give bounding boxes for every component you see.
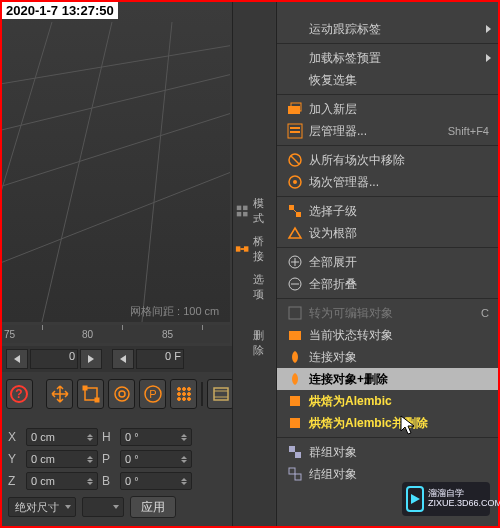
mouse-cursor-icon <box>400 415 418 437</box>
options-label: 选项 <box>233 268 275 306</box>
svg-point-22 <box>187 393 190 396</box>
bridge-button[interactable]: 桥接 <box>233 230 275 268</box>
menu-connect-delete[interactable]: 连接对象+删除 <box>277 368 499 390</box>
svg-line-47 <box>294 210 296 212</box>
frame-field-a[interactable]: 0 <box>30 349 78 369</box>
timeline-controls: 0 0 F <box>2 346 234 372</box>
svg-point-21 <box>182 393 185 396</box>
svg-rect-60 <box>295 474 301 480</box>
svg-rect-40 <box>290 131 300 133</box>
size-mode-dropdown[interactable]: 绝对尺寸 <box>8 497 76 517</box>
menu-make-editable[interactable]: 转为可编辑对象C <box>277 302 499 324</box>
toolbar: ? P <box>2 376 234 412</box>
svg-point-13 <box>115 387 129 401</box>
viewport-3d[interactable]: 网格间距 : 100 cm <box>2 2 230 322</box>
menu-bake-alembic-delete[interactable]: 烘焙为Alembic并删除 <box>277 412 499 434</box>
svg-rect-39 <box>290 127 300 129</box>
menu-bake-alembic[interactable]: 烘焙为Alembic <box>277 390 499 412</box>
svg-line-42 <box>291 156 299 164</box>
menu-expand-all[interactable]: 全部展开 <box>277 251 499 273</box>
y-input[interactable]: 0 cm <box>26 450 98 468</box>
x-label: X <box>8 430 22 444</box>
menu-motion-tags[interactable]: 运动跟踪标签 <box>277 18 499 40</box>
h-label: H <box>102 430 116 444</box>
mid-toolstrip: 模式 桥接 选项 删除 <box>232 2 275 526</box>
scale-tool-icon[interactable] <box>77 379 104 409</box>
svg-point-25 <box>187 398 190 401</box>
svg-rect-45 <box>289 205 294 210</box>
x-input[interactable]: 0 cm <box>26 428 98 446</box>
rotate-tool-icon[interactable] <box>108 379 135 409</box>
grid-spacing-label: 网格间距 : 100 cm <box>130 304 219 319</box>
z-label: Z <box>8 474 22 488</box>
svg-rect-59 <box>289 468 295 474</box>
svg-rect-26 <box>214 388 228 400</box>
z-input[interactable]: 0 cm <box>26 472 98 490</box>
svg-rect-58 <box>295 452 301 458</box>
svg-rect-35 <box>240 248 244 250</box>
menu-current-state[interactable]: 当前状态转对象 <box>277 324 499 346</box>
menu-layer-manager[interactable]: 层管理器...Shift+F4 <box>277 120 499 142</box>
menu-takes-manager[interactable]: 场次管理器... <box>277 171 499 193</box>
svg-point-18 <box>182 388 185 391</box>
svg-text:?: ? <box>16 387 23 401</box>
svg-rect-30 <box>243 206 247 210</box>
svg-point-44 <box>293 180 297 184</box>
svg-rect-0 <box>2 2 230 322</box>
svg-rect-57 <box>289 446 295 452</box>
mode-button[interactable]: 模式 <box>233 192 275 230</box>
menu-restore-selection[interactable]: 恢复选集 <box>277 69 499 91</box>
timeline-ruler[interactable]: 75 80 85 <box>2 325 230 343</box>
timeline-prev-button[interactable] <box>6 349 28 369</box>
timestamp-overlay: 2020-1-7 13:27:50 <box>2 2 118 19</box>
timeline-prev-key-button[interactable] <box>112 349 134 369</box>
svg-point-17 <box>177 388 180 391</box>
menu-set-root[interactable]: 设为根部 <box>277 222 499 244</box>
b-label: B <box>102 474 116 488</box>
size-mode-dropdown-2[interactable] <box>82 497 124 517</box>
svg-text:P: P <box>149 388 156 400</box>
menu-collapse-all[interactable]: 全部折叠 <box>277 273 499 295</box>
svg-rect-29 <box>237 206 241 210</box>
move-tool-icon[interactable] <box>46 379 73 409</box>
ruler-tick-label: 75 <box>4 329 15 340</box>
menu-add-layer[interactable]: 加入新层 <box>277 98 499 120</box>
menu-load-preset[interactable]: 加载标签预置 <box>277 47 499 69</box>
svg-point-20 <box>177 393 180 396</box>
help-button[interactable]: ? <box>6 379 33 409</box>
p-input[interactable]: 0 ° <box>120 450 192 468</box>
p-label: P <box>102 452 116 466</box>
svg-rect-46 <box>296 212 301 217</box>
watermark: 溜溜自学ZIXUE.3D66.COM <box>402 482 490 516</box>
menu-connect[interactable]: 连接对象 <box>277 346 499 368</box>
menu-remove-from-takes[interactable]: 从所有场次中移除 <box>277 149 499 171</box>
apply-button[interactable]: 应用 <box>130 496 176 518</box>
b-input[interactable]: 0 ° <box>120 472 192 490</box>
delete-label: 删除 <box>233 324 275 362</box>
coordinates-panel: X 0 cm H 0 ° Y 0 cm P 0 ° Z 0 cm B 0 ° 绝… <box>2 420 230 526</box>
play-icon <box>406 486 424 512</box>
shortcut-label: Shift+F4 <box>448 125 495 137</box>
svg-rect-31 <box>237 212 241 216</box>
svg-point-23 <box>177 398 180 401</box>
svg-point-19 <box>187 388 190 391</box>
film-tool-icon[interactable] <box>207 379 234 409</box>
shortcut-label: C <box>481 307 495 319</box>
svg-rect-54 <box>289 331 301 340</box>
h-input[interactable]: 0 ° <box>120 428 192 446</box>
y-label: Y <box>8 452 22 466</box>
svg-rect-33 <box>236 246 240 251</box>
grid-tool-icon[interactable] <box>170 379 197 409</box>
menu-select-children[interactable]: 选择子级 <box>277 200 499 222</box>
svg-rect-36 <box>288 106 300 114</box>
svg-rect-11 <box>83 386 87 390</box>
menu-group[interactable]: 群组对象 <box>277 441 499 463</box>
ruler-tick-label: 80 <box>82 329 93 340</box>
svg-rect-55 <box>290 396 300 406</box>
timeline-next-button[interactable] <box>80 349 102 369</box>
frame-field-b[interactable]: 0 F <box>136 349 184 369</box>
svg-rect-34 <box>244 246 248 251</box>
svg-point-14 <box>119 391 125 397</box>
svg-rect-32 <box>243 212 247 216</box>
param-tool-icon[interactable]: P <box>139 379 166 409</box>
